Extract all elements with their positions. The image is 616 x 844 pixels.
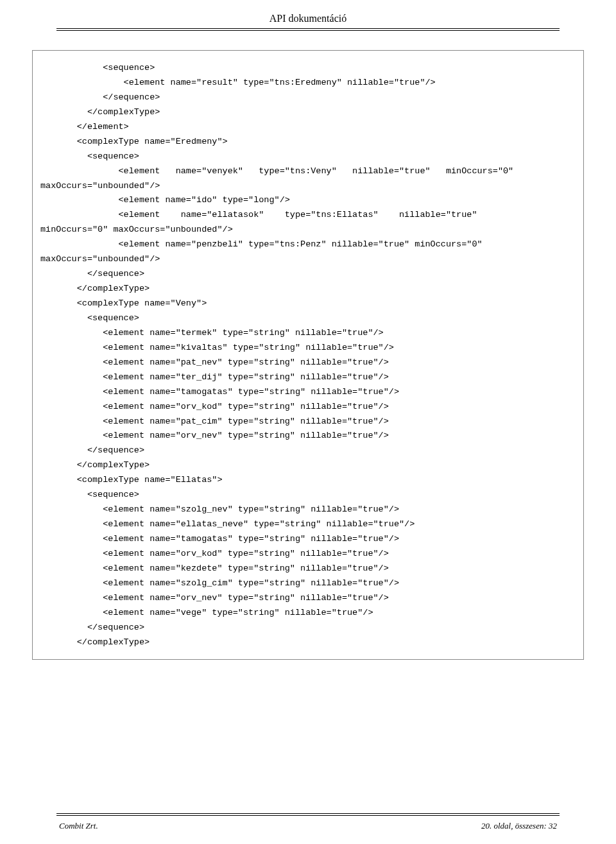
- header-rule-1: [56, 28, 560, 29]
- footer-rule-1: [56, 813, 560, 814]
- footer-row: Combit Zrt. 20. oldal, összesen: 32: [32, 821, 584, 831]
- footer-rule-2: [56, 815, 560, 816]
- header-rule-2: [56, 30, 560, 31]
- page-footer: Combit Zrt. 20. oldal, összesen: 32: [32, 813, 584, 831]
- footer-left: Combit Zrt.: [59, 821, 98, 831]
- page: API dokumentáció <sequence> <element nam…: [0, 0, 616, 844]
- footer-right: 20. oldal, összesen: 32: [481, 821, 557, 831]
- code-block: <sequence> <element name="result" type="…: [32, 50, 584, 660]
- page-header-title: API dokumentáció: [32, 13, 584, 24]
